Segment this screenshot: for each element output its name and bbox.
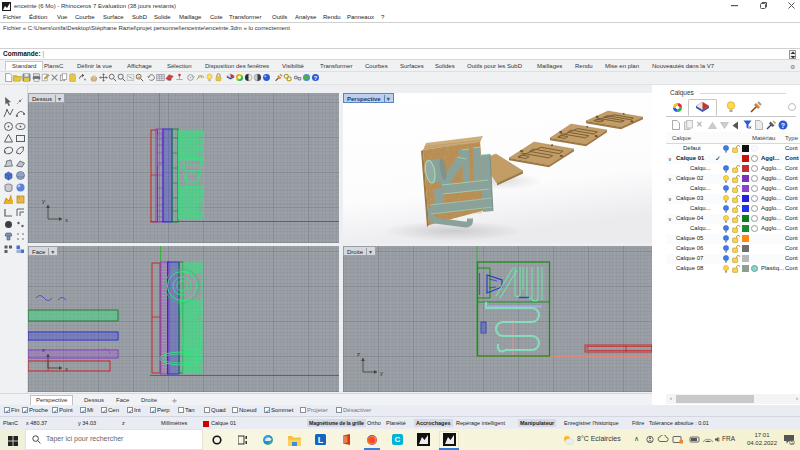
svg-text:L: L bbox=[318, 435, 324, 445]
svg-text:y: y bbox=[42, 198, 45, 204]
svg-text:x: x bbox=[65, 366, 68, 372]
svg-text:z: z bbox=[357, 351, 360, 357]
svg-text:?: ? bbox=[781, 122, 785, 129]
svg-text:y: y bbox=[380, 370, 383, 376]
svg-text:z: z bbox=[42, 347, 45, 353]
svg-text:?: ? bbox=[314, 75, 318, 81]
svg-text:C: C bbox=[395, 435, 401, 444]
svg-text:x: x bbox=[65, 217, 68, 223]
